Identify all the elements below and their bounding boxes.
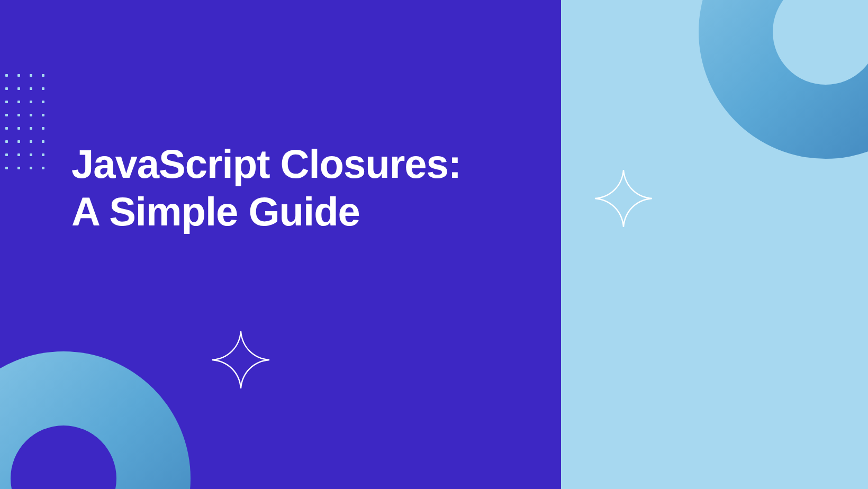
sparkle-icon [209,328,273,392]
ring-decoration-bottom-left [0,351,191,489]
sparkle-icon [592,167,655,230]
main-title: JavaScript Closures: A Simple Guide [71,140,461,235]
title-line-1: JavaScript Closures: [71,141,461,186]
right-panel [561,0,868,489]
dot-pattern-decoration [5,74,44,169]
title-line-2: A Simple Guide [71,189,360,234]
ring-decoration-top-right [699,0,868,159]
left-panel: JavaScript Closures: A Simple Guide [0,0,561,489]
